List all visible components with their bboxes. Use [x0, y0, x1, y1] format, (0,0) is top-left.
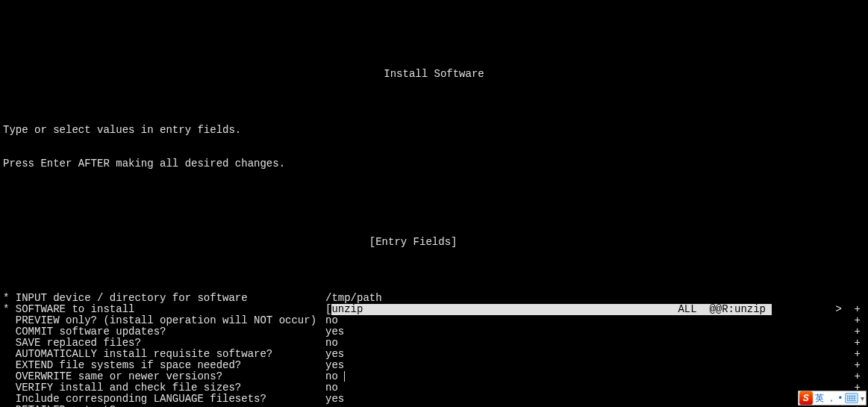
field-value[interactable]: no [325, 315, 773, 326]
field-label: * INPUT device / directory for software [3, 293, 325, 304]
field-value[interactable]: yes [325, 326, 773, 338]
field-label: COMMIT software updates? [3, 326, 325, 338]
ime-punct[interactable]: ， [827, 393, 836, 404]
ime-indicator[interactable]: S 英 ， • ▾ [798, 391, 867, 406]
field-label: EXTEND file systems if space needed? [3, 360, 325, 371]
field-label: SAVE replaced files? [3, 338, 325, 349]
field-value[interactable]: no [325, 382, 773, 394]
field-value[interactable]: yes [325, 349, 773, 360]
entry-fields-header: [Entry Fields] [369, 236, 458, 248]
instruction-2: Press Enter AFTER making all desired cha… [3, 158, 865, 170]
field-label: VERIFY install and check file sizes? [3, 382, 325, 394]
field-label: * SOFTWARE to install [3, 304, 325, 315]
field-label: PREVIEW only? (install operation will NO… [3, 315, 325, 326]
keyboard-icon[interactable] [845, 393, 858, 403]
field-plus: + [773, 326, 865, 338]
field-plus: + [773, 349, 865, 360]
instruction-1: Type or select values in entry fields. [3, 125, 865, 136]
window-title: Install Software [3, 69, 865, 80]
ime-full[interactable]: • [839, 393, 842, 404]
ime-lang[interactable]: 英 [815, 393, 824, 404]
field-plus: + [773, 338, 865, 349]
field-plus [773, 293, 865, 304]
sogou-icon: S [799, 391, 813, 405]
field-value[interactable]: [unzipALL @@R:unzip [325, 304, 773, 315]
ime-dropdown-icon[interactable]: ▾ [861, 393, 864, 404]
field-plus: + [773, 371, 865, 382]
field-plus: + [773, 360, 865, 371]
field-value[interactable]: yes [325, 360, 773, 371]
field-value[interactable]: no [325, 371, 773, 382]
field-value[interactable]: yes [325, 394, 773, 405]
field-label: AUTOMATICALLY install requisite software… [3, 349, 325, 360]
field-label: Include corresponding LANGUAGE filesets? [3, 394, 325, 405]
field-value[interactable]: /tmp/path [325, 293, 773, 304]
field-plus: + [773, 315, 865, 326]
field-value[interactable]: no [325, 338, 773, 349]
field-plus: > + [773, 304, 865, 315]
field-label: OVERWRITE same or newer versions? [3, 371, 325, 382]
